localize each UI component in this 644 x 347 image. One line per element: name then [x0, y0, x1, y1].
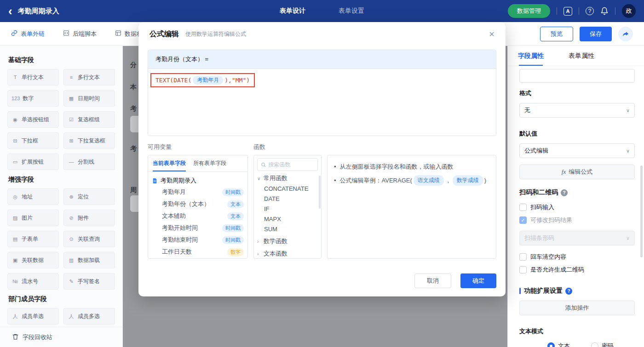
radio-password[interactable]: 密码	[591, 342, 614, 347]
canvas-partial-label: 考	[130, 105, 137, 113]
variables-panel: 当前表单字段 所有表单字段 考勤周期录入 考勤年月时间戳考勤年份（文本）文本文本…	[148, 155, 248, 259]
formula-field-pill[interactable]: 考勤年月	[193, 76, 223, 85]
function-item[interactable]: SUM	[257, 224, 318, 234]
format-label: 格式	[519, 89, 635, 97]
default-value-select[interactable]: 公式编辑 ∨	[519, 143, 635, 158]
variable-item[interactable]: 考勤年份（文本）文本	[152, 198, 244, 210]
panel-scrollbar[interactable]	[640, 165, 643, 257]
divider	[557, 7, 557, 15]
back-button[interactable]: ‹	[8, 6, 12, 16]
enter-clear-checkbox[interactable]	[519, 253, 527, 261]
field-title-input[interactable]	[519, 69, 635, 83]
data-load-icon: ▥	[68, 257, 75, 263]
variable-type-badge: 时间戳	[222, 224, 244, 232]
radio-text[interactable]: 文本	[547, 342, 570, 347]
tab-form-settings[interactable]: 表单设置	[339, 7, 364, 15]
field-palette-item[interactable]: T单行文本	[7, 69, 59, 85]
function-group[interactable]: ›数学函数	[257, 236, 318, 246]
save-button[interactable]: 保存	[580, 27, 612, 41]
variable-item[interactable]: 工作日天数数字	[152, 246, 244, 258]
backend-script-button[interactable]: 后端脚本	[63, 30, 97, 38]
function-search-box[interactable]	[257, 158, 318, 171]
field-recycle-bin[interactable]: 字段回收站	[0, 327, 122, 347]
field-palette-item[interactable]: ⊞下拉复选框	[63, 132, 115, 149]
field-palette-item[interactable]: ◎地址	[7, 188, 59, 205]
field-palette-item[interactable]: ⊕定位	[63, 188, 115, 205]
field-palette-item[interactable]: ⊟下拉框	[7, 132, 59, 149]
field-palette-item[interactable]: ▥数据加载	[63, 252, 115, 268]
user-avatar[interactable]: 政	[622, 4, 636, 18]
question-icon[interactable]: ?	[565, 288, 572, 295]
variable-name: 工作日天数	[162, 248, 192, 256]
field-item-label: 成员单选	[22, 313, 44, 320]
format-select[interactable]: 无 ∨	[519, 103, 635, 118]
field-palette-item[interactable]: ▨图片	[7, 210, 59, 226]
field-palette-item[interactable]: ☑复选框组	[63, 111, 115, 128]
recycle-label: 字段回收站	[23, 333, 52, 341]
edit-formula-button[interactable]: fx 编辑公式	[519, 165, 635, 179]
cancel-button[interactable]: 取消	[414, 273, 451, 288]
notification-bell-icon[interactable]	[600, 7, 609, 15]
function-search-input[interactable]	[268, 161, 314, 168]
share-icon[interactable]	[618, 27, 633, 41]
close-icon[interactable]: ×	[489, 29, 494, 39]
field-palette-item[interactable]: ◉单选按钮组	[7, 111, 59, 128]
variable-type-badge: 时间戳	[222, 188, 244, 196]
function-item[interactable]: CONCATENATE	[257, 183, 318, 193]
tab-field-properties[interactable]: 字段属性	[518, 46, 544, 66]
confirm-button[interactable]: 确定	[460, 273, 496, 288]
chevron-down-icon: ∨	[257, 176, 261, 181]
editable-scan-result-checkbox[interactable]: ✓	[519, 216, 527, 224]
help-icon[interactable]: ?	[586, 7, 594, 15]
allow-qrcode-checkbox[interactable]	[519, 266, 527, 273]
form-external-link-button[interactable]: 表单外链	[11, 30, 45, 38]
function-item[interactable]: DATE	[257, 193, 318, 204]
translate-icon[interactable]: A	[564, 7, 572, 16]
divider-icon: —	[68, 159, 75, 165]
question-icon[interactable]: ?	[561, 189, 568, 196]
variable-item[interactable]: 考勤开始时间时间戳	[152, 222, 244, 234]
preview-button[interactable]: 预览	[540, 27, 573, 41]
checkbox-group-icon: ☑	[68, 117, 75, 123]
tab-form-properties[interactable]: 表单属性	[569, 46, 594, 66]
sidebar-field-grid: T单行文本≡多行文本123数字▦日期时间◉单选按钮组☑复选框组⊟下拉框⊞下拉复选…	[7, 69, 115, 170]
data-manage-button[interactable]: 数据管理	[508, 4, 550, 18]
formula-editor[interactable]: 考勤月份（文本） = TEXT(DATE( 考勤年月 ),"MM")	[148, 50, 496, 136]
tab-form-design[interactable]: 表单设计	[280, 7, 305, 15]
field-palette-item[interactable]: ▤子表单	[7, 231, 59, 247]
tab-current-form-fields[interactable]: 当前表单字段	[153, 155, 186, 171]
variable-item[interactable]: 考勤年月时间戳	[152, 186, 244, 198]
field-palette-item[interactable]: ✎手写签名	[63, 273, 115, 290]
function-group-label: 文本函数	[264, 250, 288, 258]
field-palette-item[interactable]: —分割线	[63, 154, 115, 170]
function-group[interactable]: ∨常用函数	[257, 173, 318, 183]
add-action-button[interactable]: 添加操作	[519, 301, 635, 315]
form-root-label: 考勤周期录入	[161, 176, 196, 185]
variable-item[interactable]: 考勤结束时间时间戳	[152, 234, 244, 246]
function-item[interactable]: MAPX	[257, 214, 318, 224]
field-palette-item[interactable]: ▦日期时间	[63, 90, 115, 107]
form-root-node[interactable]: 考勤周期录入	[152, 175, 244, 186]
formula-input-area[interactable]: TEXT(DATE( 考勤年月 ),"MM")	[148, 69, 496, 136]
tab-all-form-fields[interactable]: 所有表单字段	[193, 155, 226, 171]
functions-scrollbar[interactable]	[319, 176, 321, 209]
field-palette-item[interactable]: 人成员单选	[7, 308, 59, 324]
variable-name: 考勤年月	[162, 188, 186, 196]
field-item-label: 分割线	[78, 158, 94, 166]
function-group[interactable]: ›文本函数	[257, 249, 318, 259]
field-palette-item[interactable]: ▣关联数据	[7, 252, 59, 268]
function-item[interactable]: IF	[257, 204, 318, 214]
field-palette-item[interactable]: 人成员多选	[63, 308, 115, 324]
function-group-label: 数学函数	[264, 237, 288, 245]
field-palette-item[interactable]: ⊘附件	[63, 210, 115, 226]
field-palette-item[interactable]: ⊙关联查询	[63, 231, 115, 247]
field-palette-item[interactable]: №流水号	[7, 273, 59, 290]
variable-type-badge: 文本	[227, 212, 244, 220]
scan-input-checkbox[interactable]	[519, 204, 527, 211]
field-palette-item[interactable]: ≡多行文本	[63, 69, 115, 85]
field-palette-item[interactable]: ▭扩展按钮	[7, 154, 59, 170]
variable-item[interactable]: 文本辅助文本	[152, 210, 244, 222]
field-palette-item[interactable]: 123数字	[7, 90, 59, 107]
variable-name: 考勤年份（文本）	[162, 200, 210, 208]
bullet-icon: •	[334, 176, 336, 185]
